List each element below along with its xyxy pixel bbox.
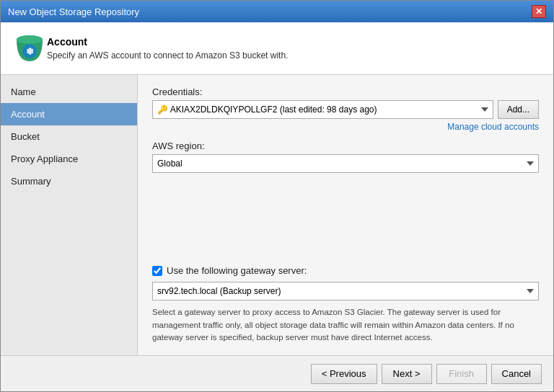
main-panel: Credentials: 🔑 AKIAX2DLDKQIYPOLLGF2 (las… xyxy=(138,75,553,355)
sidebar-item-account[interactable]: Account xyxy=(1,103,137,125)
sidebar: Name Account Bucket Proxy Appliance Summ… xyxy=(1,75,138,355)
bucket-icon: ❄ xyxy=(12,31,47,66)
gateway-section: Use the following gateway server: srv92.… xyxy=(152,258,539,344)
header-title: Account xyxy=(47,36,288,48)
finish-button[interactable]: Finish xyxy=(436,364,487,384)
sidebar-item-proxy-appliance[interactable]: Proxy Appliance xyxy=(1,148,137,170)
header-area: ❄ Account Specify an AWS account to conn… xyxy=(1,22,553,75)
aws-region-select[interactable]: Global xyxy=(152,154,539,173)
aws-region-label: AWS region: xyxy=(152,141,539,151)
gateway-info-text: Select a gateway server to proxy access … xyxy=(152,306,539,344)
credentials-select[interactable]: 🔑 AKIAX2DLDKQIYPOLLGF2 (last edited: 98 … xyxy=(152,100,493,119)
dialog: New Object Storage Repository ✕ ❄ Accoun… xyxy=(0,0,554,392)
header-text: Account Specify an AWS account to connec… xyxy=(47,36,288,61)
credentials-row: 🔑 AKIAX2DLDKQIYPOLLGF2 (last edited: 98 … xyxy=(152,100,539,119)
manage-link-container: Manage cloud accounts xyxy=(152,121,539,132)
footer: < Previous Next > Finish Cancel xyxy=(1,355,553,391)
dialog-title: New Object Storage Repository xyxy=(8,6,139,17)
credentials-group: Credentials: 🔑 AKIAX2DLDKQIYPOLLGF2 (las… xyxy=(152,86,539,132)
content-area: Name Account Bucket Proxy Appliance Summ… xyxy=(1,75,553,355)
svg-point-1 xyxy=(17,35,43,44)
svg-text:❄: ❄ xyxy=(26,46,34,57)
title-bar: New Object Storage Repository ✕ xyxy=(1,1,553,22)
sidebar-item-bucket[interactable]: Bucket xyxy=(1,125,137,148)
credentials-label: Credentials: xyxy=(152,86,539,97)
cancel-button[interactable]: Cancel xyxy=(491,364,542,384)
add-button[interactable]: Add... xyxy=(498,100,539,119)
header-description: Specify an AWS account to connect to Ama… xyxy=(47,50,288,61)
sidebar-item-name[interactable]: Name xyxy=(1,81,137,103)
previous-button[interactable]: < Previous xyxy=(311,364,377,384)
spacer xyxy=(152,182,539,258)
aws-region-group: AWS region: Global xyxy=(152,141,539,173)
gateway-checkbox[interactable] xyxy=(152,266,162,276)
close-button[interactable]: ✕ xyxy=(532,5,546,18)
sidebar-item-summary[interactable]: Summary xyxy=(1,170,137,192)
next-button[interactable]: Next > xyxy=(382,364,432,384)
manage-cloud-accounts-link[interactable]: Manage cloud accounts xyxy=(447,122,539,132)
gateway-checkbox-label[interactable]: Use the following gateway server: xyxy=(152,265,539,276)
gateway-server-select[interactable]: srv92.tech.local (Backup server) xyxy=(152,282,539,300)
